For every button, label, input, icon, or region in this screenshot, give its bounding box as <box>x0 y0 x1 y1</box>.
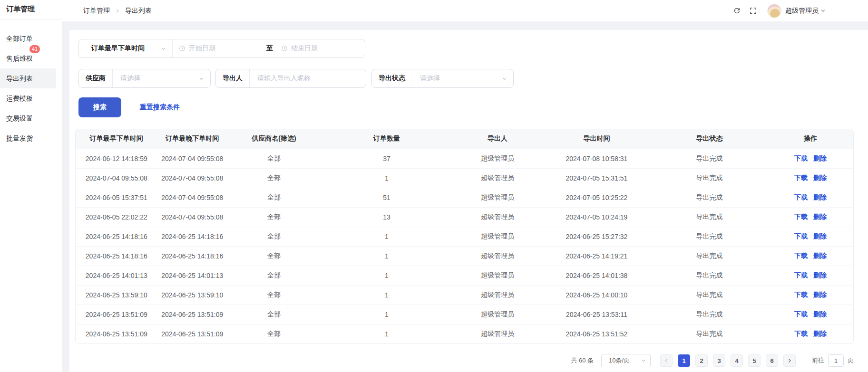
export-table: 订单最早下单时间订单最晚下单时间供应商名(筛选)订单数量导出人导出时间导出状态操… <box>75 129 854 344</box>
delete-link[interactable]: 删除 <box>813 330 827 337</box>
time-field-select[interactable]: 订单最早下单时间 <box>79 39 172 57</box>
row-actions: 下载删除 <box>768 168 853 188</box>
table-cell: 2024-06-25 13:59:10 <box>76 285 157 305</box>
download-link[interactable]: 下载 <box>794 271 808 279</box>
table-cell: 2024-06-25 14:18:16 <box>76 246 157 266</box>
table-cell: 2024-07-04 09:55:08 <box>157 188 227 207</box>
next-page-button[interactable] <box>783 354 796 367</box>
date-range-separator: 至 <box>263 44 275 53</box>
download-link[interactable]: 下载 <box>794 193 808 201</box>
delete-link[interactable]: 删除 <box>813 271 827 279</box>
download-link[interactable]: 下载 <box>794 232 808 240</box>
table-cell: 1 <box>321 246 453 266</box>
table-cell: 超级管理员 <box>453 305 542 324</box>
delete-link[interactable]: 删除 <box>813 291 827 298</box>
sidebar-item-label: 导出列表 <box>6 75 33 82</box>
export-status-placeholder: 请选择 <box>420 74 440 83</box>
topbar: 订单管理 导出列表 超级管理员 <box>62 0 868 21</box>
table-cell: 2024-06-25 14:00:10 <box>542 285 651 305</box>
table-cell: 全部 <box>227 207 321 227</box>
table-cell: 导出完成 <box>651 207 768 227</box>
sidebar-item[interactable]: 运费模板 <box>0 88 62 108</box>
refresh-icon[interactable] <box>733 7 741 15</box>
topbar-right: 超级管理员 <box>733 4 826 18</box>
supplier-select[interactable]: 请选择 <box>113 69 210 87</box>
table-row: 2024-06-05 15:37:512024-07-04 09:55:08全部… <box>76 188 853 207</box>
page-size-select[interactable]: 10条/页 <box>601 354 651 367</box>
user-menu[interactable]: 超级管理员 <box>785 7 826 15</box>
delete-link[interactable]: 删除 <box>813 213 827 220</box>
page-button[interactable]: 2 <box>695 354 708 367</box>
sidebar-item[interactable]: 售后维权41 <box>0 48 62 68</box>
table-cell: 2024-07-08 10:58:31 <box>542 149 651 168</box>
page-button[interactable]: 4 <box>731 354 743 367</box>
supplier-label: 供应商 <box>79 74 112 83</box>
table-cell: 全部 <box>227 188 321 207</box>
chevron-down-icon <box>641 358 646 363</box>
table-cell: 全部 <box>227 149 321 168</box>
exporter-input[interactable]: 请输入导出人昵称 <box>250 69 366 87</box>
clock-icon <box>179 45 185 52</box>
chevron-down-icon <box>160 46 166 52</box>
download-link[interactable]: 下载 <box>794 310 808 318</box>
pager: 123456 <box>660 354 796 367</box>
table-cell: 全部 <box>227 246 321 266</box>
download-link[interactable]: 下载 <box>794 291 808 298</box>
column-header: 订单数量 <box>321 129 453 149</box>
content-card: 订单最早下单时间 开始日期 至 结束日期 供应 <box>69 30 868 372</box>
table-cell: 超级管理员 <box>453 227 542 246</box>
table-cell: 2024-07-05 15:31:51 <box>542 168 651 188</box>
table-cell: 导出完成 <box>651 227 768 246</box>
table-cell: 2024-06-25 14:01:38 <box>542 266 651 285</box>
download-link[interactable]: 下载 <box>794 174 808 181</box>
delete-link[interactable]: 删除 <box>813 174 827 181</box>
sidebar-item[interactable]: 批量发货 <box>0 128 62 148</box>
table-row: 2024-06-25 13:51:092024-06-25 13:51:09全部… <box>76 324 853 343</box>
table-cell: 2024-06-25 13:51:09 <box>76 324 157 343</box>
table-cell: 2024-06-05 22:02:22 <box>76 207 157 227</box>
download-link[interactable]: 下载 <box>794 330 808 337</box>
delete-link[interactable]: 删除 <box>813 310 827 318</box>
table-cell: 全部 <box>227 305 321 324</box>
exporter-label: 导出人 <box>216 74 249 83</box>
total-count: 共 60 条 <box>571 356 594 365</box>
table-row: 2024-06-25 14:18:162024-06-25 14:18:16全部… <box>76 246 853 266</box>
column-header: 导出人 <box>453 129 542 149</box>
table-cell: 1 <box>321 168 453 188</box>
row-actions: 下载删除 <box>768 246 853 266</box>
delete-link[interactable]: 删除 <box>813 252 827 259</box>
column-header: 操作 <box>768 129 853 149</box>
avatar[interactable] <box>767 4 781 18</box>
page-button[interactable]: 5 <box>748 354 761 367</box>
prev-page-button[interactable] <box>660 354 673 367</box>
download-link[interactable]: 下载 <box>794 213 808 220</box>
search-button[interactable]: 搜索 <box>78 97 121 117</box>
delete-link[interactable]: 删除 <box>813 193 827 201</box>
sidebar-item[interactable]: 导出列表 <box>0 68 56 88</box>
sidebar-item-label: 售后维权 <box>6 55 33 62</box>
supplier-placeholder: 请选择 <box>120 74 140 83</box>
page-button[interactable]: 1 <box>678 354 690 367</box>
start-date-input[interactable]: 开始日期 <box>173 39 263 57</box>
user-name: 超级管理员 <box>785 7 819 15</box>
end-date-input[interactable]: 结束日期 <box>275 39 365 57</box>
table-body: 2024-06-12 14:18:592024-07-04 09:55:08全部… <box>76 149 853 343</box>
reset-search-link[interactable]: 重置搜索条件 <box>140 103 180 112</box>
sidebar-item-label: 批量发货 <box>6 134 33 142</box>
goto-page-input[interactable] <box>828 354 844 367</box>
breadcrumb-item[interactable]: 订单管理 <box>83 7 110 15</box>
chevron-right-icon <box>115 8 120 14</box>
page-button[interactable]: 6 <box>766 354 778 367</box>
start-date-placeholder: 开始日期 <box>189 44 215 53</box>
table-cell: 超级管理员 <box>453 207 542 227</box>
page-button[interactable]: 3 <box>713 354 725 367</box>
delete-link[interactable]: 删除 <box>813 232 827 240</box>
export-status-select[interactable]: 请选择 <box>412 69 513 87</box>
table-cell: 全部 <box>227 227 321 246</box>
fullscreen-icon[interactable] <box>749 7 758 15</box>
download-link[interactable]: 下载 <box>794 154 808 162</box>
sidebar-item[interactable]: 交易设置 <box>0 108 62 128</box>
table-cell: 2024-07-04 09:55:08 <box>157 207 227 227</box>
download-link[interactable]: 下载 <box>794 252 808 259</box>
delete-link[interactable]: 删除 <box>813 154 827 162</box>
